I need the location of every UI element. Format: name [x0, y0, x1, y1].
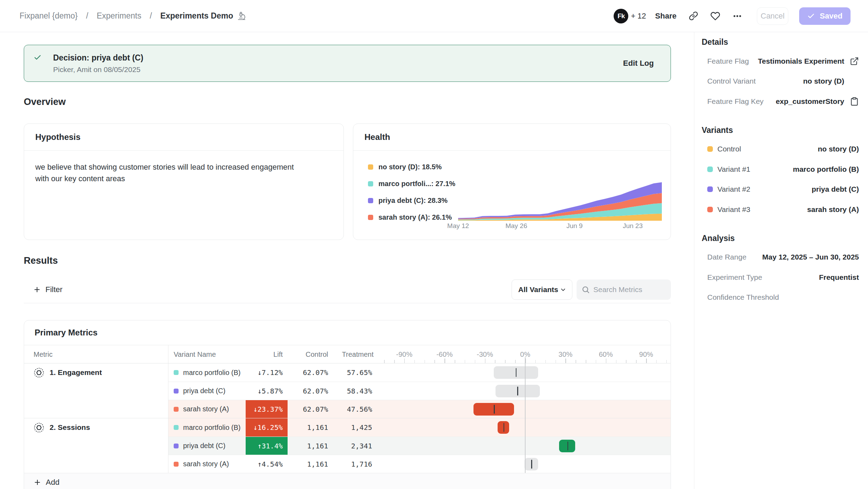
decision-banner: Decision: priya debt (C) Picker, Amit on…: [24, 45, 671, 82]
more-options-button[interactable]: [732, 11, 742, 21]
row-value: marco portfolio (B): [793, 165, 859, 173]
axis-tick: [626, 360, 627, 363]
search-metrics-input[interactable]: [593, 285, 663, 294]
sidebar-row: Variant #3sarah story (A): [702, 199, 859, 220]
axis-label: 60%: [599, 350, 613, 359]
control-value: 62.07%: [288, 405, 332, 413]
clipboard-button[interactable]: [850, 97, 859, 106]
check-icon: [34, 54, 42, 62]
row-value: Frequentist: [819, 273, 859, 282]
row-label: Feature Flag Key: [707, 97, 764, 106]
axis-tick: [384, 360, 385, 363]
sidebar-row: Variant #1marco portfolio (B): [702, 159, 859, 179]
lift-marker: [494, 405, 495, 413]
main-content: Decision: priya debt (C) Picker, Amit on…: [0, 32, 694, 489]
zero-line: [525, 357, 526, 473]
control-value: 1,161: [288, 442, 332, 450]
edit-log-button[interactable]: Edit Log: [623, 59, 654, 68]
lift-value: ↓7.12%: [246, 363, 288, 382]
col-control: Control: [288, 350, 328, 359]
add-metric-button[interactable]: Add: [24, 473, 671, 489]
sidebar-row: Date RangeMay 12, 2025 – Jun 30, 2025: [702, 247, 859, 268]
variant-label: Variant #1: [717, 165, 750, 173]
row-value: priya debt (C): [812, 185, 859, 193]
favorite-button[interactable]: [710, 11, 720, 21]
section-heading: Variants: [702, 126, 859, 135]
overview-heading: Overview: [24, 97, 671, 107]
collaborator-count[interactable]: + 12: [631, 12, 646, 21]
link-icon: [689, 11, 698, 21]
metric-cell[interactable]: 1. Engagement: [24, 363, 168, 418]
breadcrumb-experiments[interactable]: Experiments: [97, 11, 142, 21]
sidebar-row: Controlno story (D): [702, 139, 859, 160]
details-sidebar: DetailsFeature FlagTestimonials Experime…: [694, 32, 868, 489]
metric-variant-row[interactable]: priya debt (C)↑31.4%1,1612,341: [168, 437, 671, 455]
axis-tick: [666, 360, 667, 363]
control-value: 62.07%: [288, 368, 332, 377]
sidebar-section-analysis: AnalysisDate RangeMay 12, 2025 – Jun 30,…: [702, 234, 859, 308]
health-chart: [458, 173, 662, 221]
saved-button[interactable]: Saved: [799, 7, 851, 25]
variant-swatch: [174, 407, 179, 412]
lift-value: ↑31.4%: [246, 437, 288, 455]
section-heading: Details: [702, 37, 859, 47]
variant-cell: priya debt (C): [168, 387, 246, 395]
col-treatment: Treatment: [332, 350, 374, 359]
lift-value: ↓16.25%: [246, 418, 288, 437]
breadcrumb-separator: /: [86, 11, 88, 21]
saved-label: Saved: [820, 12, 842, 21]
external-link-button[interactable]: [850, 57, 859, 66]
hypothesis-card: Hypothesis we believe that showing custo…: [24, 123, 344, 240]
legend-swatch: [368, 198, 373, 203]
axis-label: 30%: [558, 350, 572, 359]
metric-variant-row[interactable]: sarah story (A)↓23.37%62.07%47.56%: [168, 400, 671, 418]
cancel-button[interactable]: Cancel: [757, 7, 788, 25]
metric-variant-row[interactable]: marco portfolio (B)↓16.25%1,1611,425: [168, 418, 671, 437]
variant-swatch: [174, 462, 179, 467]
variant-swatch: [174, 389, 179, 394]
row-label: Confidence Threshold: [707, 293, 779, 302]
avatar[interactable]: Fk: [614, 9, 628, 23]
variant-cell: sarah story (A): [168, 460, 246, 468]
metric-variant-row[interactable]: priya debt (C)↓5.87%62.07%58.43%: [168, 382, 671, 400]
metric-name: 2. Sessions: [50, 422, 90, 432]
health-title: Health: [353, 124, 671, 151]
axis-label: -30%: [477, 350, 493, 359]
plus-icon: [33, 286, 41, 293]
sidebar-row: Confidence Threshold: [702, 288, 859, 308]
variant-label: Variant #2: [717, 185, 750, 193]
treatment-value: 2,341: [332, 442, 376, 450]
sidebar-section-details: DetailsFeature FlagTestimonials Experime…: [702, 37, 859, 112]
share-button[interactable]: Share: [655, 12, 677, 21]
variant-swatch: [174, 444, 179, 448]
col-metric: Metric: [34, 350, 52, 359]
topbar: Fixpanel {demo} / Experiments / Experime…: [0, 0, 868, 32]
variant-swatch: [707, 166, 713, 172]
metric-cell[interactable]: 2. Sessions: [24, 418, 168, 473]
legend-item: marco portfoli...: 27.1%: [368, 175, 455, 192]
sidebar-section-variants: VariantsControlno story (D)Variant #1mar…: [702, 126, 859, 220]
metric-variant-row[interactable]: sarah story (A)↑4.54%1,1611,716: [168, 455, 671, 473]
breadcrumb-project[interactable]: Fixpanel {demo}: [20, 11, 78, 21]
page-title: Experiments Demo: [160, 11, 233, 21]
variants-dropdown[interactable]: All Variants: [512, 279, 572, 300]
axis-tick: [576, 360, 576, 363]
variant-name: marco portfolio (B): [183, 369, 241, 377]
axis-tick: [556, 360, 556, 363]
legend-item: sarah story (A): 26.1%: [368, 209, 455, 226]
variant-cell: sarah story (A): [168, 405, 246, 413]
axis-tick: [606, 359, 607, 363]
legend-swatch: [368, 164, 373, 170]
breadcrumb-separator: /: [150, 11, 152, 21]
legend-item: priya debt (C): 28.3%: [368, 192, 455, 209]
variant-swatch: [174, 425, 179, 430]
legend-label: marco portfoli...: 27.1%: [378, 180, 455, 188]
add-label: Add: [46, 478, 59, 487]
axis-tick: [475, 360, 476, 363]
metric-variant-row[interactable]: marco portfolio (B)↓7.12%62.07%57.65%: [168, 363, 671, 382]
copy-link-button[interactable]: [689, 11, 698, 21]
health-legend: no story (D): 18.5%marco portfoli...: 27…: [368, 158, 455, 226]
add-filter-button[interactable]: Filter: [33, 285, 63, 294]
axis-label: -60%: [436, 350, 453, 359]
legend-swatch: [368, 215, 373, 220]
